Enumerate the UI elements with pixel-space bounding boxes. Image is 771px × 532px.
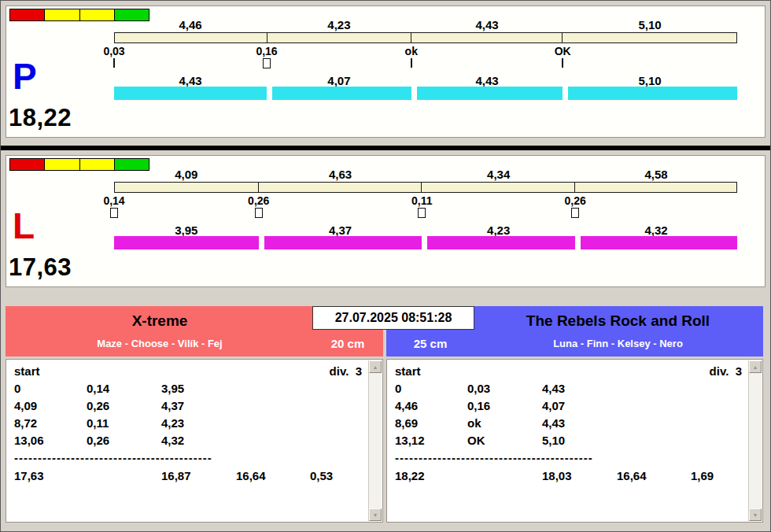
table-cell: ok xyxy=(467,415,542,432)
split-time-label: 4,58 xyxy=(575,168,737,180)
split-bar-segment xyxy=(411,33,563,42)
table-cell: 0,53 xyxy=(310,467,362,486)
scrollbar[interactable]: ▲ ▼ xyxy=(748,360,762,521)
crossing-checkbox[interactable] xyxy=(418,208,426,218)
run-time-bar xyxy=(114,87,267,100)
crossing-checkbox[interactable] xyxy=(110,208,118,218)
run-time-bar xyxy=(272,87,411,100)
table-row: 0 0,03 4,43 xyxy=(395,380,742,397)
split-bar-segment xyxy=(115,183,259,192)
crossing-mark-label: OK xyxy=(555,45,571,57)
crossing-mark-label: 0,16 xyxy=(256,45,277,57)
table-cell: 5,10 xyxy=(542,432,742,449)
table-cell: 4,37 xyxy=(161,397,362,415)
run-time-label: 4,07 xyxy=(267,74,411,87)
start-label: start xyxy=(395,363,421,380)
light-yellow-segment xyxy=(80,9,114,20)
split-time-label: 4,34 xyxy=(422,168,575,180)
table-row: 4,46 0,16 4,07 xyxy=(395,397,742,415)
split-time-label: 4,46 xyxy=(114,18,267,31)
table-cell: 0,26 xyxy=(87,432,161,449)
table-cell xyxy=(467,467,542,486)
totals-row: 17,63 16,87 16,64 0,53 xyxy=(14,467,362,486)
table-cell: 8,72 xyxy=(14,415,87,432)
table-cell: 0,14 xyxy=(87,380,161,397)
results-table-right: start div. 3 0 0,03 4,43 4,46 0,16 4,07 … xyxy=(386,359,763,523)
table-cell: 1,69 xyxy=(691,467,742,486)
start-label: start xyxy=(14,363,40,380)
crossing-checkbox[interactable] xyxy=(255,208,263,218)
crossing-mark-label: ok xyxy=(405,45,418,57)
split-progress-bar xyxy=(114,182,737,193)
team-name-right: The Rebels Rock and Roll xyxy=(473,312,763,330)
run-time-bars xyxy=(114,236,737,249)
table-head-row: start div. 3 xyxy=(395,363,742,380)
run-time-bar xyxy=(114,236,259,249)
jump-height-left: 20 cm xyxy=(314,337,382,350)
separator-row: ----------------------------------------… xyxy=(395,449,617,467)
run-time-bar xyxy=(581,236,737,249)
lane-total-time-p: 18,22 xyxy=(9,104,72,132)
table-cell: 13,12 xyxy=(395,432,467,449)
crossing-mark-label: 0,11 xyxy=(411,194,432,207)
boundary-tick xyxy=(113,58,115,68)
table-row: 4,09 0,26 4,37 xyxy=(14,397,362,415)
boundary-tick xyxy=(562,58,563,68)
lane-panel-p: 4,46 4,23 4,43 5,10 0,03 0,16 ok OK 4,43… xyxy=(6,6,765,138)
crossing-mark-labels: 0,14 0,26 0,11 0,26 xyxy=(114,194,737,206)
scrollbar[interactable]: ▲ ▼ xyxy=(368,360,382,521)
run-bar-cell xyxy=(114,236,259,249)
crossing-checkbox[interactable] xyxy=(571,208,579,218)
lane-panel-l: 4,09 4,63 4,34 4,58 0,14 0,26 0,11 0,26 … xyxy=(6,155,765,287)
boundary-tick xyxy=(411,58,412,68)
table-row: 8,72 0,11 4,23 xyxy=(14,415,362,432)
timestamp-box: 27.07.2025 08:51:28 xyxy=(312,306,474,330)
run-time-label: 4,43 xyxy=(411,74,563,87)
split-time-labels: 4,46 4,23 4,43 5,10 xyxy=(114,18,737,31)
table-cell: 16,64 xyxy=(617,467,691,486)
split-bar-segment xyxy=(259,183,422,192)
table-cell: 0 xyxy=(395,380,467,397)
table-cell: 18,03 xyxy=(542,467,617,486)
crossing-checkbox[interactable] xyxy=(263,58,271,68)
run-time-bar xyxy=(417,87,563,100)
run-bar-cell xyxy=(575,236,737,249)
run-bar-cell xyxy=(411,87,563,100)
scroll-up-button[interactable]: ▲ xyxy=(749,360,762,373)
run-time-label: 3,95 xyxy=(114,224,259,236)
table-cell: 13,06 xyxy=(14,432,87,449)
table-cell: 4,43 xyxy=(542,380,742,397)
split-time-label: 4,63 xyxy=(259,168,422,180)
split-bar-segment xyxy=(563,33,736,42)
table-cell: 0,11 xyxy=(87,415,161,432)
split-bar-segment xyxy=(267,33,411,42)
scroll-down-button[interactable]: ▼ xyxy=(369,508,382,521)
scroll-up-button[interactable]: ▲ xyxy=(369,360,382,373)
run-bar-cell xyxy=(114,87,267,100)
split-time-label: 5,10 xyxy=(563,18,737,31)
table-cell: 17,63 xyxy=(14,467,87,486)
light-red-segment xyxy=(10,159,44,170)
division-label: div. 3 xyxy=(330,363,362,380)
run-time-label: 4,23 xyxy=(422,224,575,236)
team-members-left: Maze - Choose - Vilík - Fej xyxy=(6,338,314,349)
table-cell xyxy=(87,467,161,486)
table-cell: 0 xyxy=(14,380,87,397)
run-time-bars xyxy=(114,87,737,100)
table-row: 8,69 ok 4,43 xyxy=(395,415,742,432)
run-time-bar xyxy=(427,236,575,249)
run-time-label: 4,32 xyxy=(575,224,737,236)
light-red-segment xyxy=(10,9,44,20)
table-cell: 4,23 xyxy=(161,415,362,432)
table-cell: 16,64 xyxy=(236,467,310,486)
table-cell: 0,03 xyxy=(467,380,542,397)
run-bar-cell xyxy=(267,87,411,100)
scroll-down-button[interactable]: ▼ xyxy=(749,508,762,521)
split-time-label: 4,09 xyxy=(114,168,259,180)
lane-letter-l: L xyxy=(13,208,35,244)
light-yellow-segment xyxy=(80,159,114,170)
crossing-mark-label: 0,14 xyxy=(103,194,124,207)
table-cell: 0,26 xyxy=(87,397,161,415)
table-cell: OK xyxy=(467,432,542,449)
run-time-bar xyxy=(568,87,737,100)
